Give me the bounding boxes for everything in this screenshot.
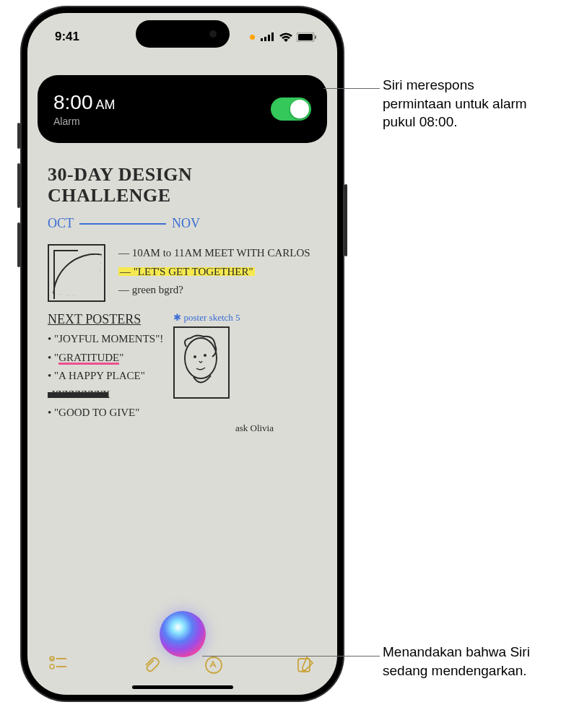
markup-icon[interactable]: [204, 656, 223, 675]
iphone-device-frame: 9:41 8:00 AM Alarm: [22, 7, 343, 701]
svg-rect-2: [268, 35, 270, 41]
silent-switch[interactable]: [17, 123, 20, 149]
note-title: 30-DAY DESIGN CHALLENGE: [48, 165, 317, 206]
svg-rect-1: [264, 37, 266, 41]
callout-siri-response: Siri merespons permintaan untuk alarm pu…: [383, 76, 542, 131]
svg-rect-5: [298, 34, 313, 40]
siri-alarm-response-card[interactable]: 8:00 AM Alarm: [38, 75, 327, 143]
compose-icon[interactable]: [297, 656, 316, 675]
volume-up-button[interactable]: [17, 163, 20, 208]
note-sketch-thumbnail: [48, 244, 105, 302]
alarm-time: 8:00: [53, 91, 93, 114]
notes-canvas[interactable]: 30-DAY DESIGN CHALLENGE OCT NOV — 10AM t…: [27, 150, 337, 448]
alarm-label: Alarm: [53, 116, 116, 127]
recording-indicator-icon: [250, 35, 255, 40]
ask-olivia-note: ask Olivia: [48, 422, 274, 434]
volume-down-button[interactable]: [17, 222, 20, 267]
svg-rect-3: [271, 32, 274, 41]
svg-point-9: [204, 354, 206, 357]
cellular-signal-icon: [261, 32, 275, 41]
callout-connector: [323, 88, 380, 89]
phone-screen: 9:41 8:00 AM Alarm: [27, 13, 337, 695]
note-bullet-list: — 10AM to 11AM MEET WITH CARLOS — "LET'S…: [118, 244, 310, 302]
dynamic-island[interactable]: [136, 20, 230, 48]
poster-sketch: ✱ poster sketch 5: [173, 312, 240, 422]
alarm-ampm: AM: [96, 98, 116, 113]
battery-icon: [297, 32, 317, 42]
power-button[interactable]: [344, 184, 347, 256]
notes-toolbar: [27, 656, 337, 675]
callout-siri-listening: Menandakan bahwa Siri sedang mendengarka…: [383, 643, 542, 680]
wifi-icon: [279, 32, 292, 42]
poster-list: • "JOYFUL MOMENTS"! • "GRATITUDE" • "A H…: [48, 330, 163, 422]
callout-connector: [202, 656, 380, 656]
home-indicator[interactable]: [132, 685, 233, 689]
svg-rect-0: [261, 38, 263, 41]
svg-point-7: [185, 338, 217, 378]
svg-rect-6: [315, 35, 316, 39]
status-time: 9:41: [55, 30, 79, 44]
note-timeline: OCT NOV: [48, 216, 317, 231]
next-posters-heading: NEXT POSTERS: [48, 312, 163, 327]
svg-point-12: [50, 664, 54, 669]
alarm-toggle[interactable]: [271, 98, 311, 121]
siri-orb-icon[interactable]: [160, 611, 206, 657]
checklist-icon[interactable]: [49, 656, 68, 675]
svg-point-8: [193, 355, 196, 358]
attachment-icon[interactable]: [142, 656, 161, 675]
